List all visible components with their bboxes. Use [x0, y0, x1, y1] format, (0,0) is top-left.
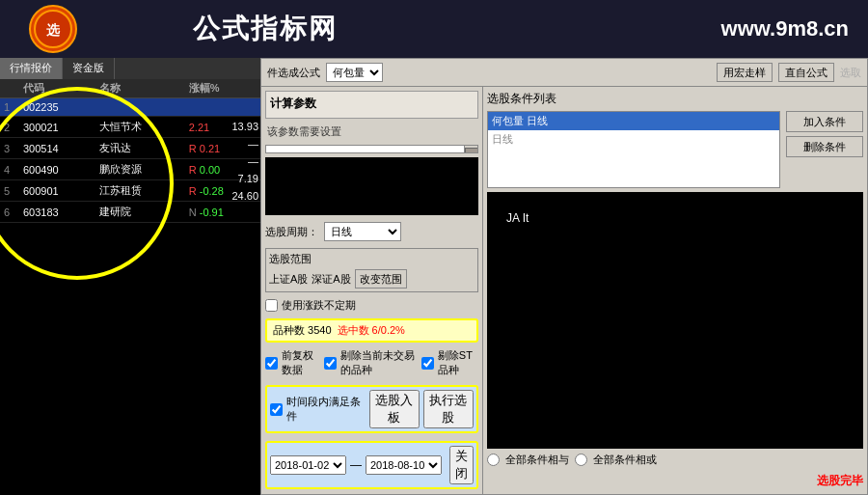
btn-use-macro[interactable]: 用宏走样	[717, 63, 773, 82]
change-val: -0.28	[200, 185, 224, 197]
period-select[interactable]: 日线 周线 月线	[324, 222, 401, 241]
date-from-select[interactable]: 2018-01-02	[270, 455, 346, 475]
btn-auto-formula[interactable]: 直自公式	[778, 63, 834, 82]
params-title: 计算参数	[270, 96, 474, 112]
row-code: 600490	[19, 159, 95, 180]
chart-area	[265, 157, 478, 215]
scrollbar[interactable]	[464, 146, 477, 152]
row-idx: 2	[0, 117, 19, 138]
scroll-thumb[interactable]	[465, 148, 478, 153]
row-name: 友讯达	[95, 138, 184, 159]
table-row[interactable]: 1 002235	[0, 98, 260, 117]
date-range-row: 2018-01-02 — 2018-08-10 关闭	[265, 441, 478, 489]
price-row6: 24.60	[231, 187, 258, 205]
row-idx: 6	[0, 202, 19, 223]
row-code: 300021	[19, 117, 95, 138]
date-separator: —	[350, 458, 362, 472]
condition-list-title: 选股条件列表	[487, 91, 863, 107]
date-to-select[interactable]: 2018-08-10	[366, 455, 442, 475]
price-row3: —	[231, 135, 258, 152]
stock-table: 代码 名称 涨幅% 1 002235 2 300021 大恒节术 2.21	[0, 79, 260, 223]
price-row4: —	[231, 152, 258, 170]
check-fluctuation-row: 使用涨跌不定期	[265, 296, 478, 315]
row-idx: 3	[0, 138, 19, 159]
col-code: 代码	[19, 79, 95, 98]
radio-all-or[interactable]	[575, 454, 587, 466]
stats-selected: 选中数 6/0.2%	[338, 323, 405, 338]
stats-row: 品种数 3540 选中数 6/0.2%	[265, 318, 478, 343]
condition-list[interactable]: 何包量 日线 日线	[487, 111, 780, 188]
table-row[interactable]: 2 300021 大恒节术 2.21	[0, 117, 260, 138]
formula-scroll-area[interactable]	[265, 145, 478, 153]
check-period-cond[interactable]	[270, 403, 283, 416]
check-pre-rights-row: 前复权数据 剔除当前未交易的品种 剔除ST品种	[265, 346, 478, 379]
dialog-left-panel: 计算参数 该参数需要设置 选股周期：	[261, 87, 483, 495]
row-idx: 4	[0, 159, 19, 180]
price-row2: 13.93	[231, 118, 258, 135]
radio-all-and[interactable]	[487, 454, 500, 466]
exclude-untrade-label: 剔除当前未交易的品种	[340, 348, 418, 377]
svg-text:选: 选	[46, 22, 61, 38]
dialog-panel: 件选成公式 何包量 用宏走样 直自公式 选取 计算参数 该参数需要设置	[260, 58, 868, 495]
btn-change-range[interactable]: 改变范围	[355, 269, 407, 289]
col-change: 涨幅%	[185, 79, 260, 98]
site-logo-icon: 选	[29, 5, 77, 53]
top-right-label: 选取	[840, 66, 861, 80]
tab-capital[interactable]: 资金版	[63, 58, 115, 79]
condition-buttons: 加入条件 删除条件	[786, 111, 863, 188]
tab-market-price[interactable]: 行情报价	[0, 58, 63, 79]
row-code: 300514	[19, 138, 95, 159]
range-a: 上证A股	[269, 272, 308, 287]
table-row[interactable]: 3 300514 友讯达 R 0.21	[0, 138, 260, 159]
table-row[interactable]: 5 600901 江苏租赁 R -0.28	[0, 180, 260, 202]
btn-delete-condition[interactable]: 删除条件	[786, 136, 863, 157]
change-val: 0.21	[200, 143, 220, 154]
col-name: 名称	[95, 79, 184, 98]
btn-exec[interactable]: 执行选股	[423, 390, 474, 428]
period-cond-label: 时间段内满足条件	[286, 395, 366, 424]
params-note: 该参数需要设置	[265, 123, 478, 141]
btn-close[interactable]: 关闭	[449, 446, 474, 484]
row-idx: 5	[0, 180, 19, 202]
row-name: 建研院	[95, 202, 184, 223]
row-name: 大恒节术	[95, 117, 184, 138]
stock-table-header: 代码 名称 涨幅%	[0, 79, 260, 98]
row-idx: 1	[0, 98, 19, 117]
condition-item[interactable]: 何包量 日线	[488, 112, 779, 130]
row-code: 603183	[19, 202, 95, 223]
btn-select-stocks[interactable]: 选股入板	[369, 390, 420, 428]
row-code: 002235	[19, 98, 95, 117]
row-name: 江苏租赁	[95, 180, 184, 202]
radio-all-and-label: 全部条件相与	[505, 453, 569, 467]
period-row: 选股周期： 日线 周线 月线	[265, 219, 478, 244]
check-pre-rights[interactable]	[265, 357, 278, 370]
header: 选 公式指标网 www.9m8.cn	[0, 0, 868, 58]
table-row[interactable]: 4 600490 鹏欣资源 R 0.00	[0, 159, 260, 180]
check-fluctuation[interactable]	[265, 299, 278, 312]
change-val: -0.91	[200, 206, 224, 218]
range-b: 深证A股	[312, 272, 350, 287]
exclude-st-label: 剔除ST品种	[438, 348, 478, 377]
stats-total: 品种数 3540	[273, 323, 332, 338]
main-content: 件选成公式 何包量 用宏走样 直自公式 选取 计算参数 该参数需要设置	[260, 58, 868, 495]
period-cond-row: 时间段内满足条件 选股入板 执行选股	[265, 385, 478, 433]
row-name: 鹏欣资源	[95, 159, 184, 180]
table-row[interactable]: 6 603183 建研院 N -0.91	[0, 202, 260, 223]
check-exclude-st[interactable]	[421, 357, 434, 370]
price-row5: 7.19	[231, 170, 258, 187]
row-name	[95, 98, 184, 117]
condition-area: 何包量 日线 日线 加入条件 删除条件	[487, 111, 863, 188]
radio-row: 全部条件相与 全部条件相或	[487, 453, 863, 467]
site-url: www.9m8.cn	[721, 16, 849, 41]
condition-item[interactable]: 日线	[488, 130, 779, 149]
status-done: 选股完毕	[817, 473, 863, 489]
site-name: 公式指标网	[193, 11, 338, 47]
dialog-right-panel: 选股条件列表 何包量 日线 日线 加入条件 删除条件	[483, 87, 867, 495]
dialog-body: 计算参数 该参数需要设置 选股周期：	[261, 87, 867, 495]
top-select[interactable]: 何包量	[326, 63, 383, 82]
btn-add-condition[interactable]: 加入条件	[786, 111, 863, 132]
check-exclude-untrade[interactable]	[324, 357, 337, 370]
status-row: 选股完毕	[487, 471, 863, 491]
range-section: 选股范围 上证A股 深证A股 改变范围	[265, 248, 478, 292]
top-label: 件选成公式	[267, 66, 320, 80]
